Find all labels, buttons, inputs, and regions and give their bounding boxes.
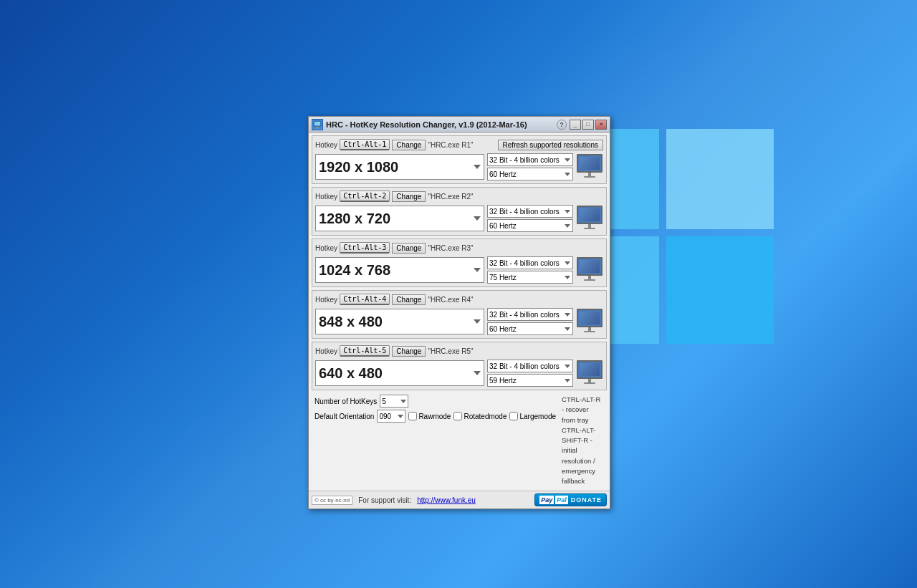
monitor-icon-4 — [576, 309, 603, 334]
app-footer: © cc by-nc-nd For support visit: http://… — [309, 491, 610, 509]
hotkey-key-2: Ctrl-Alt-2 — [340, 191, 390, 202]
exe-label-2: "HRC.exe R2" — [428, 193, 473, 201]
monitor-screen-5 — [577, 360, 602, 379]
resolution-row-4: 848 x 480 1920 x 1080 1280 x 720 1024 x … — [315, 308, 603, 335]
freq-select-3[interactable]: 75 Hertz 60 Hertz — [487, 271, 573, 284]
resolution-select-3[interactable]: 1024 x 768 1920 x 1080 1280 x 720 848 x … — [315, 257, 484, 283]
hotkey-header-2: Hotkey Ctrl-Alt-2 Change "HRC.exe R2" — [315, 191, 603, 202]
hotkey-header-5: Hotkey Ctrl-Alt-5 Change "HRC.exe R5" — [315, 345, 603, 357]
monitor-icon-1 — [576, 154, 603, 180]
hotkey-key-4: Ctrl-Alt-4 — [340, 294, 390, 305]
help-button[interactable]: ? — [557, 120, 567, 130]
monitor-base-2 — [584, 228, 595, 229]
hotkey-label-5: Hotkey — [315, 347, 337, 355]
monitor-screen-3 — [577, 257, 602, 276]
app-icon — [312, 119, 323, 130]
title-bar: HRC - HotKey Resolution Changer, v1.9 (2… — [309, 117, 610, 132]
cc-label: cc by-nc-nd — [320, 497, 350, 503]
resolution-row-3: 1024 x 768 1920 x 1080 1280 x 720 848 x … — [315, 256, 603, 284]
shortcut-2: CTRL-ALT-SHIFT-R - initial resolution / … — [562, 425, 604, 487]
resolution-row-5: 640 x 480 1920 x 1080 1280 x 720 1024 x … — [315, 360, 603, 387]
color-select-2[interactable]: 32 Bit - 4 billion colors 16 Bit - 65536… — [487, 205, 573, 218]
hotkey-header-3: Hotkey Ctrl-Alt-3 Change "HRC.exe R3" — [315, 242, 603, 254]
color-freq-col-2: 32 Bit - 4 billion colors 16 Bit - 65536… — [487, 205, 573, 232]
hotkey-section-2: Hotkey Ctrl-Alt-2 Change "HRC.exe R2" 12… — [312, 187, 607, 236]
resolution-select-5[interactable]: 640 x 480 1920 x 1080 1280 x 720 1024 x … — [315, 360, 484, 386]
support-link[interactable]: http://www.funk.eu — [417, 496, 476, 504]
hotkey-label-3: Hotkey — [315, 244, 337, 252]
hotkey-key-5: Ctrl-Alt-5 — [340, 345, 390, 357]
change-btn-3[interactable]: Change — [392, 243, 426, 254]
exe-label-3: "HRC.exe R3" — [428, 244, 473, 252]
color-freq-col-1: 32 Bit - 4 billion colors 16 Bit - 65536… — [487, 153, 573, 180]
shortcut-info: CTRL-ALT-R - recover from tray CTRL-ALT-… — [562, 395, 604, 486]
rawmode-label[interactable]: Rawmode — [408, 412, 451, 420]
monitor-screen-1 — [577, 154, 602, 173]
support-text: For support visit: — [358, 496, 411, 504]
color-select-3[interactable]: 32 Bit - 4 billion colors 16 Bit - 65536… — [487, 256, 573, 269]
minimize-button[interactable]: _ — [570, 120, 581, 130]
hotkey-key-3: Ctrl-Alt-3 — [340, 242, 390, 254]
paypal-donate-button[interactable]: Pay Pal DONATE — [534, 493, 607, 506]
resolution-row-2: 1280 x 720 1920 x 1080 1024 x 768 848 x … — [315, 205, 603, 232]
num-hotkeys-select[interactable]: 5 4 3 2 1 — [380, 395, 408, 408]
orientation-select[interactable]: 090 000 180 270 — [377, 410, 405, 423]
num-hotkeys-row: Number of HotKeys 5 4 3 2 1 — [315, 395, 556, 408]
orientation-label: Default Orientation — [315, 413, 374, 420]
monitor-base-1 — [584, 176, 595, 178]
title-bar-buttons: ? _ □ ✕ — [557, 120, 607, 130]
win-pane-br — [666, 236, 774, 344]
color-freq-col-4: 32 Bit - 4 billion colors 16 Bit - 65536… — [487, 308, 573, 335]
exe-label-1: "HRC.exe R1" — [428, 141, 473, 149]
hotkey-label-2: Hotkey — [315, 193, 337, 201]
refresh-btn[interactable]: Refresh supported resolutions — [498, 140, 603, 150]
monitor-base-4 — [584, 331, 595, 332]
change-btn-1[interactable]: Change — [392, 140, 426, 150]
shortcut-1: CTRL-ALT-R - recover from tray — [562, 395, 604, 425]
color-select-1[interactable]: 32 Bit - 4 billion colors 16 Bit - 65536… — [487, 153, 573, 166]
hotkey-section-4: Hotkey Ctrl-Alt-4 Change "HRC.exe R4" 84… — [312, 290, 607, 339]
monitor-icon-3 — [576, 257, 603, 283]
resolution-select-2[interactable]: 1280 x 720 1920 x 1080 1024 x 768 848 x … — [315, 206, 484, 231]
resolution-select-4[interactable]: 848 x 480 1920 x 1080 1280 x 720 1024 x … — [315, 309, 484, 334]
change-btn-4[interactable]: Change — [392, 294, 426, 305]
hotkey-header-1: Hotkey Ctrl-Alt-1 Change "HRC.exe R1" Re… — [315, 139, 603, 150]
donate-label: DONATE — [571, 496, 602, 503]
hotkey-header-4: Hotkey Ctrl-Alt-4 Change "HRC.exe R4" — [315, 294, 603, 305]
color-freq-col-3: 32 Bit - 4 billion colors 16 Bit - 65536… — [487, 256, 573, 284]
monitor-base-5 — [584, 382, 595, 384]
win-pane-tr — [666, 129, 774, 229]
monitor-icon-5 — [576, 360, 603, 386]
rotatedmode-label[interactable]: Rotatedmode — [453, 412, 506, 420]
bottom-section: Number of HotKeys 5 4 3 2 1 Default Orie… — [312, 393, 607, 488]
color-select-5[interactable]: 32 Bit - 4 billion colors 16 Bit - 65536… — [487, 360, 573, 372]
freq-select-5[interactable]: 59 Hertz 60 Hertz 75 Hertz — [487, 374, 573, 387]
color-select-4[interactable]: 32 Bit - 4 billion colors 16 Bit - 65536… — [487, 308, 573, 321]
color-freq-col-5: 32 Bit - 4 billion colors 16 Bit - 65536… — [487, 360, 573, 387]
resolution-row-1: 1920 x 1080 1280 x 720 1024 x 768 848 x … — [315, 153, 603, 180]
change-btn-5[interactable]: Change — [392, 346, 426, 357]
svg-rect-1 — [315, 122, 320, 125]
freq-select-1[interactable]: 60 Hertz 75 Hertz — [487, 168, 573, 180]
change-btn-2[interactable]: Change — [392, 191, 426, 202]
exe-label-5: "HRC.exe R5" — [428, 347, 473, 355]
monitor-base-3 — [584, 279, 595, 281]
largemode-label[interactable]: Largemode — [509, 412, 556, 420]
freq-select-2[interactable]: 60 Hertz 75 Hertz — [487, 219, 573, 232]
num-hotkeys-label: Number of HotKeys — [315, 397, 377, 405]
hotkey-section-5: Hotkey Ctrl-Alt-5 Change "HRC.exe R5" 64… — [312, 342, 607, 390]
left-controls: Number of HotKeys 5 4 3 2 1 Default Orie… — [315, 395, 556, 423]
freq-select-4[interactable]: 60 Hertz 75 Hertz — [487, 322, 573, 335]
close-button[interactable]: ✕ — [595, 120, 607, 130]
hotkey-section-1: Hotkey Ctrl-Alt-1 Change "HRC.exe R1" Re… — [312, 135, 607, 184]
exe-label-4: "HRC.exe R4" — [428, 296, 473, 304]
svg-rect-3 — [315, 127, 320, 128]
cc-badge: © cc by-nc-nd — [312, 496, 352, 505]
largemode-checkbox[interactable] — [509, 412, 518, 420]
monitor-screen-4 — [577, 309, 602, 327]
resolution-select-1[interactable]: 1920 x 1080 1280 x 720 1024 x 768 848 x … — [315, 154, 484, 180]
rotatedmode-checkbox[interactable] — [453, 412, 462, 420]
svg-rect-2 — [316, 127, 319, 127]
rawmode-checkbox[interactable] — [408, 412, 417, 420]
maximize-button[interactable]: □ — [582, 120, 594, 130]
